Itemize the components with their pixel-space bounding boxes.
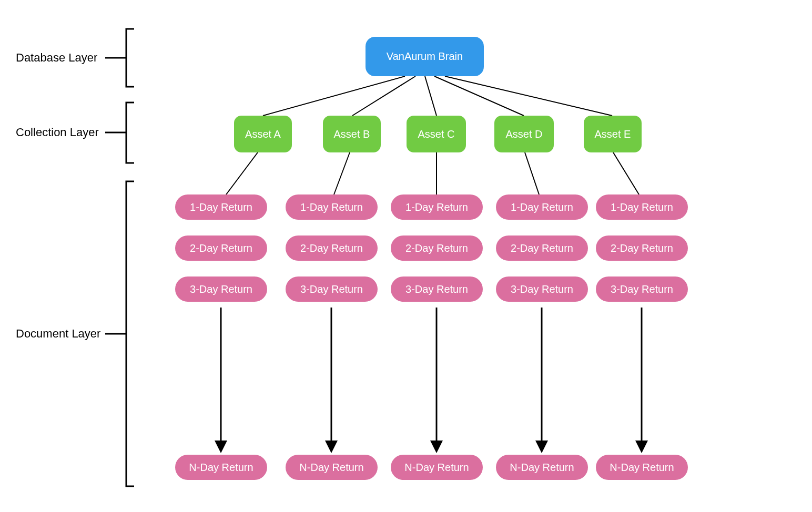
node-asset-e: Asset E [584, 116, 642, 152]
node-asset-label: Asset B [334, 128, 370, 140]
node-return-3day: 3-Day Return [496, 277, 588, 302]
node-return-3day: 3-Day Return [391, 277, 483, 302]
pill-label: 3-Day Return [190, 283, 252, 295]
pill-label: 2-Day Return [405, 242, 468, 254]
node-return-nday: N-Day Return [175, 455, 267, 480]
svg-line-3 [263, 76, 405, 116]
svg-line-12 [613, 152, 639, 194]
node-return-3day: 3-Day Return [175, 277, 267, 302]
pill-label: 1-Day Return [405, 201, 468, 213]
svg-line-6 [434, 76, 524, 116]
node-return-2day: 2-Day Return [496, 235, 588, 261]
pill-label: N-Day Return [299, 462, 363, 474]
node-return-1day: 1-Day Return [391, 194, 483, 220]
node-root-brain: VanAurum Brain [366, 37, 484, 76]
node-return-3day: 3-Day Return [286, 277, 378, 302]
pill-label: 1-Day Return [190, 201, 252, 213]
diagram-canvas: Database Layer Collection Layer Document… [0, 0, 812, 512]
node-asset-a: Asset A [234, 116, 292, 152]
node-asset-label: Asset A [245, 128, 281, 140]
label-document-layer: Document Layer [16, 327, 100, 341]
node-return-2day: 2-Day Return [175, 235, 267, 261]
svg-line-9 [334, 152, 350, 194]
node-asset-b: Asset B [323, 116, 381, 152]
pill-label: 3-Day Return [611, 283, 673, 295]
svg-line-5 [425, 76, 437, 116]
node-asset-d: Asset D [494, 116, 554, 152]
pill-label: 1-Day Return [300, 201, 363, 213]
node-asset-label: Asset D [505, 128, 542, 140]
pill-label: 2-Day Return [611, 242, 673, 254]
node-asset-label: Asset E [595, 128, 631, 140]
node-return-3day: 3-Day Return [596, 277, 688, 302]
node-asset-c: Asset C [407, 116, 466, 152]
node-return-nday: N-Day Return [596, 455, 688, 480]
pill-label: 2-Day Return [300, 242, 363, 254]
node-return-2day: 2-Day Return [596, 235, 688, 261]
pill-label: N-Day Return [510, 462, 574, 474]
pill-label: 3-Day Return [511, 283, 573, 295]
node-asset-label: Asset C [418, 128, 454, 140]
pill-label: 2-Day Return [511, 242, 573, 254]
node-return-nday: N-Day Return [286, 455, 378, 480]
pill-label: N-Day Return [610, 462, 674, 474]
node-return-2day: 2-Day Return [286, 235, 378, 261]
svg-line-4 [352, 76, 415, 116]
node-root-label: VanAurum Brain [387, 50, 463, 63]
node-return-2day: 2-Day Return [391, 235, 483, 261]
label-database-layer: Database Layer [16, 51, 97, 65]
pill-label: 2-Day Return [190, 242, 252, 254]
node-return-nday: N-Day Return [496, 455, 588, 480]
node-return-1day: 1-Day Return [596, 194, 688, 220]
pill-label: 1-Day Return [511, 201, 573, 213]
pill-label: N-Day Return [189, 462, 253, 474]
pill-label: 3-Day Return [405, 283, 468, 295]
node-return-nday: N-Day Return [391, 455, 483, 480]
node-return-1day: 1-Day Return [496, 194, 588, 220]
pill-label: 3-Day Return [300, 283, 363, 295]
svg-line-11 [525, 152, 539, 194]
pill-label: 1-Day Return [611, 201, 673, 213]
pill-label: N-Day Return [404, 462, 469, 474]
node-return-1day: 1-Day Return [286, 194, 378, 220]
label-collection-layer: Collection Layer [16, 126, 99, 139]
node-return-1day: 1-Day Return [175, 194, 267, 220]
svg-line-8 [226, 152, 258, 194]
svg-line-7 [445, 76, 612, 116]
